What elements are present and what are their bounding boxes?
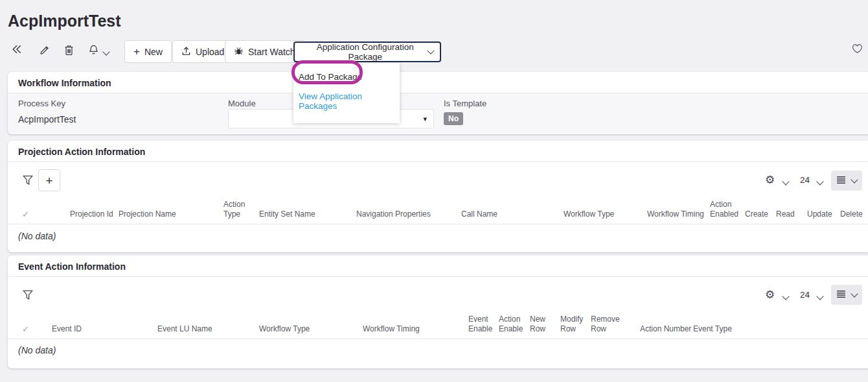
double-chevron-left-icon [12,45,22,56]
bell-icon [88,44,99,58]
event-page-size[interactable]: 24 [800,290,810,300]
chevron-down-icon [782,178,789,185]
col-remove-row[interactable]: Remove Row [591,315,624,334]
col-action-enabled[interactable]: Action Enabled [710,200,744,219]
caret-down-icon: ▾ [423,115,427,123]
event-empty-text: (No data) [18,345,56,355]
projection-empty-text: (No data) [18,231,56,241]
projection-view-mode-button[interactable] [831,171,862,191]
col-event-id[interactable]: Event ID [52,324,82,334]
select-all-check-icon[interactable]: ✓ [22,324,29,334]
col-projection-id[interactable]: Projection Id [70,209,113,219]
start-watch-button[interactable]: Start Watch [225,40,304,63]
menu-item-add-to-package[interactable]: Add To Package [293,66,400,87]
favorite-button[interactable] [852,43,863,56]
projection-filter-button[interactable] [22,174,34,189]
heart-icon [852,43,863,56]
new-button[interactable]: + New [124,40,172,63]
divider [8,276,868,277]
projection-page-size-dropdown[interactable] [817,179,823,184]
col-modify-row[interactable]: Modify Row [560,315,589,334]
col-create[interactable]: Create [745,209,768,219]
col-entity-set-name[interactable]: Entity Set Name [259,209,315,219]
col-workflow-type[interactable]: Workflow Type [564,209,614,219]
edit-button[interactable] [39,45,50,58]
col-action-type[interactable]: Action Type [223,200,252,219]
projection-settings-button[interactable]: ⚙ [765,174,775,185]
module-label: Module [228,99,256,108]
pencil-icon [39,45,50,58]
event-view-mode-button[interactable] [831,285,862,305]
filter-funnel-icon [22,289,34,304]
plus-icon: + [133,46,140,57]
page-title: AcpImportTest [8,12,121,30]
col-navigation-properties[interactable]: Navigation Properties [356,209,431,219]
col-delete[interactable]: Delete [840,209,863,219]
package-menu: Add To Package View Application Packages [293,63,400,123]
list-view-icon [836,290,846,300]
package-select-label: Application Configuration Package [302,42,428,62]
col-event-type[interactable]: Event Type [693,324,732,334]
delete-button[interactable] [64,45,74,58]
list-view-icon [836,176,846,186]
projection-action-card: Projection Action Information + ⚙ 24 ✓ P… [8,141,868,252]
is-template-label: Is Template [444,99,486,108]
plus-icon: + [45,174,52,187]
event-action-card: Event Action Information ⚙ 24 ✓ Event ID… [8,256,868,368]
trash-icon [64,45,74,58]
notifications-dropdown-button[interactable] [104,49,109,54]
workflow-body [8,93,868,134]
projection-page-size[interactable]: 24 [800,175,810,185]
event-settings-dropdown[interactable] [783,294,788,299]
chevron-down-icon [851,290,858,297]
col-update[interactable]: Update [807,209,832,219]
col-event-lu-name[interactable]: Event LU Name [157,324,212,334]
upload-button-label: Upload [196,47,224,57]
chevron-down-icon [851,176,858,183]
new-button-label: New [144,47,163,57]
event-section-title: Event Action Information [18,261,126,272]
collapse-button[interactable] [12,45,22,56]
divider [8,161,868,162]
start-watch-button-label: Start Watch [248,47,295,57]
col-read[interactable]: Read [776,209,795,219]
is-template-badge: No [444,112,463,125]
col-new-row[interactable]: New Row [530,315,554,334]
event-filter-button[interactable] [22,289,34,304]
menu-item-view-application-packages[interactable]: View Application Packages [293,87,400,116]
package-select-button[interactable]: Application Configuration Package [293,42,441,62]
projection-settings-dropdown[interactable] [783,179,788,184]
col-projection-name[interactable]: Projection Name [119,209,176,219]
chevron-down-icon [816,178,823,185]
bug-icon [234,46,244,58]
event-table-header: ✓ Event ID Event LU Name Workflow Type W… [8,309,868,339]
col-action-enable[interactable]: Action Enable [499,315,527,334]
projection-add-row-button[interactable]: + [38,169,60,191]
process-key-value: AcpImportTest [18,114,76,125]
notifications-button[interactable] [88,44,99,58]
event-settings-button[interactable]: ⚙ [765,289,775,300]
col-action-number[interactable]: Action Number [640,324,691,334]
col-event-enable[interactable]: Event Enable [468,315,497,334]
select-all-check-icon[interactable]: ✓ [22,209,29,219]
workflow-information-card: Workflow Information Process Key AcpImpo… [8,72,868,134]
col-workflow-timing[interactable]: Workflow Timing [647,209,704,219]
workflow-section-title: Workflow Information [18,78,111,88]
event-page-size-dropdown[interactable] [817,294,823,299]
col-workflow-timing[interactable]: Workflow Timing [363,324,420,334]
upload-icon [181,46,191,58]
chevron-down-icon [102,48,109,55]
process-key-label: Process Key [18,99,65,108]
chevron-down-icon [782,292,789,300]
projection-table-header: ✓ Projection Id Projection Name Action T… [8,195,868,224]
filter-funnel-icon [22,174,34,189]
col-workflow-type[interactable]: Workflow Type [259,324,310,334]
chevron-down-icon [816,292,823,300]
projection-section-title: Projection Action Information [18,147,145,157]
col-call-name[interactable]: Call Name [461,209,497,219]
